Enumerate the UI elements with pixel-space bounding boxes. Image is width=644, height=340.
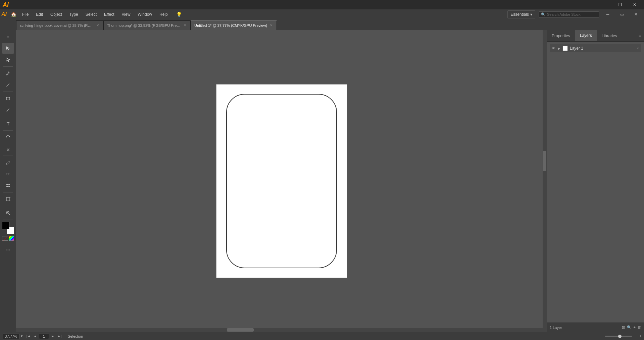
toolbar-expand-btn[interactable]: ≡	[2, 32, 14, 42]
first-artboard-btn[interactable]: |◄	[26, 333, 32, 339]
search-placeholder-text: Search Adobe Stock	[547, 12, 581, 16]
foreground-color-swatch[interactable]	[2, 222, 9, 229]
menu-object[interactable]: Object	[47, 11, 65, 18]
lightbulb-icon[interactable]: 💡	[175, 10, 184, 19]
left-toolbar: ≡	[0, 30, 16, 332]
symbol-tool-btn[interactable]	[2, 180, 14, 191]
make-clipping-mask-icon[interactable]: ⊡	[622, 325, 625, 330]
panel-content: 👁 ▶ Layer 1 ○	[547, 42, 644, 323]
eraser-tool-btn[interactable]	[2, 144, 14, 154]
restore-btn[interactable]: ▭	[615, 10, 629, 19]
zoom-slider[interactable]	[605, 336, 632, 337]
brush-tool-btn[interactable]	[2, 105, 14, 115]
zoom-tool-btn[interactable]	[2, 208, 14, 218]
menu-window[interactable]: Window	[134, 11, 155, 18]
main-area: ≡	[0, 30, 644, 332]
panel-tab-libraries[interactable]: Libraries	[597, 30, 622, 41]
rounded-rectangle-shape[interactable]	[226, 94, 337, 268]
close-btn[interactable]: ✕	[629, 10, 643, 19]
close-button[interactable]: ✕	[628, 0, 641, 9]
canvas-area[interactable]	[16, 30, 547, 332]
delete-layer-icon[interactable]: 🗑	[638, 325, 641, 330]
artboard-background	[216, 84, 347, 278]
tool-separator-9	[3, 243, 13, 243]
minimize-btn[interactable]: ─	[601, 10, 614, 19]
panel-tabs: Properties Layers Libraries ≡	[547, 30, 644, 42]
menu-help[interactable]: Help	[156, 11, 171, 18]
artboard-number-input[interactable]: 1	[39, 334, 49, 339]
svg-point-3	[8, 173, 10, 175]
layer-target-icon[interactable]: ○	[637, 46, 639, 51]
scroll-thumb-vertical[interactable]	[543, 151, 546, 171]
workspace-chevron-icon: ▾	[530, 12, 532, 17]
status-right-area: − +	[605, 334, 641, 338]
pencil-tool-btn[interactable]	[2, 79, 14, 90]
tab-label-0: sc-living-hinge-book-cover.ai @ 25,7% (R…	[20, 23, 94, 27]
zoom-out-icon[interactable]: −	[635, 334, 637, 338]
last-artboard-btn[interactable]: ►|	[56, 333, 62, 339]
search-icon: 🔍	[541, 12, 546, 17]
panel-tab-layers[interactable]: Layers	[575, 30, 597, 41]
restore-button[interactable]: ❐	[613, 0, 627, 9]
tab-close-2[interactable]: ✕	[269, 23, 273, 27]
zoom-dropdown-arrow[interactable]: ▾	[21, 334, 23, 338]
layer-expand-icon[interactable]: ▶	[558, 47, 560, 50]
tool-separator-8	[3, 220, 13, 220]
selection-tool-btn[interactable]	[2, 43, 14, 54]
zoom-slider-thumb[interactable]	[618, 335, 622, 338]
search-panel-icon[interactable]: 🔍	[627, 325, 632, 330]
minimize-button[interactable]: —	[598, 0, 612, 9]
artboard-tool-btn[interactable]	[2, 194, 14, 205]
rotate-tool-btn[interactable]	[2, 132, 14, 143]
menu-file[interactable]: File	[19, 11, 32, 18]
panel-tab-properties[interactable]: Properties	[547, 30, 575, 41]
direct-selection-tool-btn[interactable]	[2, 54, 14, 65]
menu-view[interactable]: View	[118, 11, 134, 18]
next-artboard-btn[interactable]: ►	[50, 333, 56, 339]
tab-1[interactable]: Thom hop.png* @ 33,92% (RGB/GPU Preview)…	[103, 20, 191, 30]
home-icon[interactable]: 🏠	[9, 10, 18, 19]
menu-edit[interactable]: Edit	[33, 11, 46, 18]
type-tool-btn[interactable]: T	[2, 118, 14, 129]
zoom-value-display[interactable]: 37.77%	[3, 334, 19, 339]
tab-label-1: Thom hop.png* @ 33,92% (RGB/GPU Preview)	[107, 23, 181, 27]
workspace-selector[interactable]: Essentials ▾	[507, 10, 535, 18]
zoom-in-icon[interactable]: +	[639, 334, 641, 338]
menu-type[interactable]: Type	[66, 11, 82, 18]
shape-tool-btn[interactable]	[2, 93, 14, 104]
svg-point-2	[6, 173, 8, 175]
layer-visibility-icon[interactable]: 👁	[552, 46, 556, 51]
svg-rect-1	[6, 97, 10, 100]
tab-0[interactable]: sc-living-hinge-book-cover.ai @ 25,7% (R…	[16, 20, 103, 30]
app-logo: Ai	[3, 2, 9, 8]
panel-footer: 1 Layer ⊡ 🔍 + 🗑	[547, 323, 644, 332]
eyedropper-tool-btn[interactable]	[2, 157, 14, 168]
tab-close-0[interactable]: ✕	[96, 23, 100, 27]
tool-separator-1	[3, 66, 13, 67]
new-layer-icon[interactable]: +	[634, 325, 636, 330]
artboard[interactable]	[216, 84, 347, 278]
blend-tool-btn[interactable]	[2, 169, 14, 179]
stock-search-bar[interactable]: 🔍 Search Adobe Stock	[539, 11, 599, 18]
svg-rect-8	[6, 197, 10, 201]
layer-name-label: Layer 1	[570, 46, 635, 51]
no-color-icon[interactable]	[2, 236, 8, 241]
color-small-icons	[2, 236, 14, 241]
menu-select[interactable]: Select	[82, 11, 100, 18]
tool-separator-3	[3, 117, 13, 117]
color-gradient-icon[interactable]	[9, 236, 14, 241]
menu-effect[interactable]: Effect	[101, 11, 117, 18]
scroll-thumb-horizontal[interactable]	[227, 328, 254, 332]
layer-row-0[interactable]: 👁 ▶ Layer 1 ○	[550, 44, 641, 52]
prev-artboard-btn[interactable]: ◄	[32, 333, 38, 339]
tab-close-1[interactable]: ✕	[183, 23, 187, 27]
canvas-scrollbar-horizontal[interactable]	[16, 328, 543, 332]
panel-options-icon[interactable]: ≡	[639, 33, 641, 39]
layer-color-swatch	[562, 46, 568, 51]
tab-2[interactable]: Untitled-1* @ 37,77% (CMYK/GPU Preview) …	[191, 20, 277, 30]
tool-separator-6	[3, 192, 13, 192]
canvas-scrollbar-vertical[interactable]	[543, 30, 547, 332]
more-tools-btn[interactable]: •••	[2, 244, 14, 255]
pen-tool-btn[interactable]	[2, 68, 14, 79]
color-boxes[interactable]	[2, 222, 14, 234]
